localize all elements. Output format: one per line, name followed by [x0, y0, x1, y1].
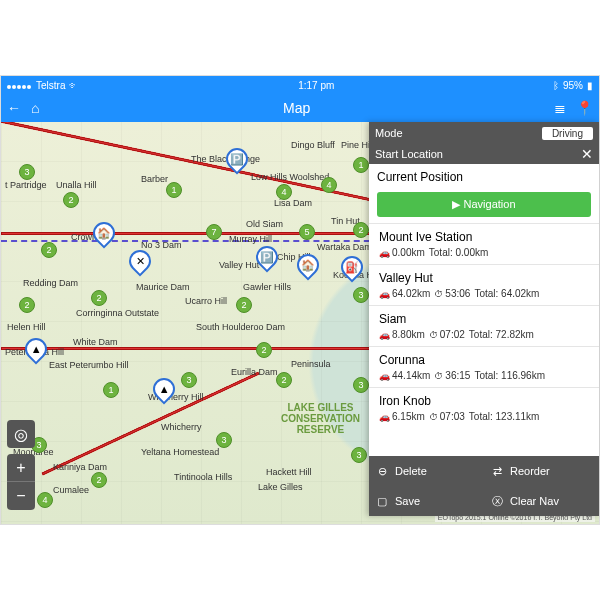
waypoint-total: Total: 0.00km	[429, 247, 488, 258]
start-location-label: Start Location	[375, 148, 443, 160]
waypoint-name: Corunna	[379, 353, 589, 367]
map-place-label: East Peterumbo Hill	[49, 360, 129, 370]
battery-label: 95%	[563, 80, 583, 91]
waypoint-distance: 44.14km	[379, 370, 430, 381]
map-place-label: White Dam	[73, 337, 118, 347]
waypoint-distance: 6.15km	[379, 411, 425, 422]
locate-me-button[interactable]: ◎	[7, 420, 35, 448]
map-place-label: Lake Gilles	[258, 482, 303, 492]
save-button[interactable]: ▢Save	[369, 486, 484, 516]
map-cluster-marker[interactable]: 2	[19, 297, 35, 313]
map-cluster-marker[interactable]: 1	[353, 157, 369, 173]
map-place-label: Unalla Hill	[56, 180, 97, 190]
battery-icon: ▮	[587, 80, 593, 91]
app-header: ← ⌂ Map ≣ 📍	[1, 94, 599, 122]
waypoint-distance: 64.02km	[379, 288, 430, 299]
waypoint-meta: 6.15km07:03Total: 123.11km	[379, 411, 589, 422]
poi-glyph-icon: 🅿️	[260, 251, 274, 264]
map-place-label: Maurice Dam	[136, 282, 190, 292]
map-cluster-marker[interactable]: 1	[166, 182, 182, 198]
map-place-label: Helen Hill	[7, 322, 46, 332]
poi-glyph-icon: ⛽	[345, 261, 359, 274]
map-cluster-marker[interactable]: 2	[41, 242, 57, 258]
map-place-label: Lisa Dam	[274, 198, 312, 208]
clear-nav-button[interactable]: ⓧClear Nav	[484, 486, 599, 516]
mode-label: Mode	[375, 127, 403, 139]
waypoint-name: Siam	[379, 312, 589, 326]
page-title: Map	[283, 100, 310, 116]
map-cluster-marker[interactable]: 2	[91, 472, 107, 488]
poi-glyph-icon: ▲	[31, 343, 42, 355]
poi-glyph-icon: 🅿️	[230, 153, 244, 166]
map-cluster-marker[interactable]: 4	[321, 177, 337, 193]
map-cluster-marker[interactable]: 1	[103, 382, 119, 398]
save-icon: ▢	[375, 494, 389, 508]
waypoint-item[interactable]: Valley Hut64.02km53:06Total: 64.02km	[369, 264, 599, 305]
map-place-label: Kariniya Dam	[53, 462, 107, 472]
ios-status-bar: Telstra ᯤ 1:17 pm ᛒ 95% ▮	[1, 76, 599, 94]
map-place-label: South Houlderoo Dam	[196, 322, 285, 332]
waypoint-meta: 44.14km36:15Total: 116.96km	[379, 370, 589, 381]
map-cluster-marker[interactable]: 2	[353, 222, 369, 238]
waypoint-distance: 0.00km	[379, 247, 425, 258]
crosshair-icon: ◎	[14, 425, 28, 444]
reorder-button[interactable]: ⇄Reorder	[484, 456, 599, 486]
waypoint-meta: 0.00kmTotal: 0.00km	[379, 247, 589, 258]
waypoint-name: Valley Hut	[379, 271, 589, 285]
start-navigation-button[interactable]: ▶ Navigation	[377, 192, 591, 217]
map-cluster-marker[interactable]: 2	[236, 297, 252, 313]
map-place-label: t Partridge	[5, 180, 47, 190]
map-cluster-marker[interactable]: 4	[37, 492, 53, 508]
navigation-panel: Mode Driving Start Location ✕ Current Po…	[369, 122, 599, 516]
clear-icon: ⓧ	[490, 494, 504, 508]
waypoint-total: Total: 116.96km	[474, 370, 545, 381]
map-place-label: Valley Hut	[219, 260, 259, 270]
waypoint-list: Mount Ive Station0.00kmTotal: 0.00kmVall…	[369, 223, 599, 456]
bluetooth-icon: ᛒ	[553, 80, 559, 91]
waypoint-item[interactable]: Mount Ive Station0.00kmTotal: 0.00km	[369, 223, 599, 264]
map-cluster-marker[interactable]: 2	[256, 342, 272, 358]
map-place-label: Yeltana Homestead	[141, 447, 219, 457]
map-cluster-marker[interactable]: 3	[353, 287, 369, 303]
waypoint-total: Total: 123.11km	[469, 411, 540, 422]
waypoint-time: 07:03	[429, 411, 465, 422]
waypoint-name: Mount Ive Station	[379, 230, 589, 244]
map-cluster-marker[interactable]: 3	[216, 432, 232, 448]
delete-button[interactable]: ⊖Delete	[369, 456, 484, 486]
wifi-icon: ᯤ	[69, 80, 79, 91]
waypoint-name: Iron Knob	[379, 394, 589, 408]
home-icon[interactable]: ⌂	[31, 100, 39, 116]
pin-icon[interactable]: 📍	[576, 100, 593, 116]
map-place-label: Cumalee	[53, 485, 89, 495]
zoom-out-button[interactable]: −	[7, 482, 35, 510]
waypoint-item[interactable]: Siam8.80km07:02Total: 72.82km	[369, 305, 599, 346]
map-cluster-marker[interactable]: 3	[19, 164, 35, 180]
back-icon[interactable]: ←	[7, 100, 21, 116]
map-cluster-marker[interactable]: 2	[276, 372, 292, 388]
map-cluster-marker[interactable]: 2	[63, 192, 79, 208]
map-cluster-marker[interactable]: 7	[206, 224, 222, 240]
map-cluster-marker[interactable]: 2	[91, 290, 107, 306]
map-cluster-marker[interactable]: 5	[299, 224, 315, 240]
current-position-label: Current Position	[369, 164, 599, 186]
waypoint-time: 36:15	[434, 370, 470, 381]
list-icon[interactable]: ≣	[554, 100, 566, 116]
carrier-label: Telstra	[36, 80, 65, 91]
map-cluster-marker[interactable]: 3	[353, 377, 369, 393]
play-icon: ▶	[452, 198, 460, 210]
minus-circle-icon: ⊖	[375, 464, 389, 478]
map-cluster-marker[interactable]: 3	[351, 447, 367, 463]
close-panel-button[interactable]: ✕	[581, 146, 593, 162]
waypoint-meta: 8.80km07:02Total: 72.82km	[379, 329, 589, 340]
poi-glyph-icon: 🏠	[97, 227, 111, 240]
map-place-label: Corringinna Outstate	[76, 308, 159, 318]
waypoint-item[interactable]: Iron Knob6.15km07:03Total: 123.11km	[369, 387, 599, 428]
waypoint-item[interactable]: Corunna44.14km36:15Total: 116.96km	[369, 346, 599, 387]
map-cluster-marker[interactable]: 3	[181, 372, 197, 388]
poi-glyph-icon: ✕	[136, 255, 145, 268]
zoom-in-button[interactable]: +	[7, 454, 35, 482]
map-place-label: Dingo Bluff	[291, 140, 335, 150]
poi-glyph-icon: ▲	[159, 383, 170, 395]
map-cluster-marker[interactable]: 4	[276, 184, 292, 200]
mode-select[interactable]: Driving	[542, 127, 593, 140]
